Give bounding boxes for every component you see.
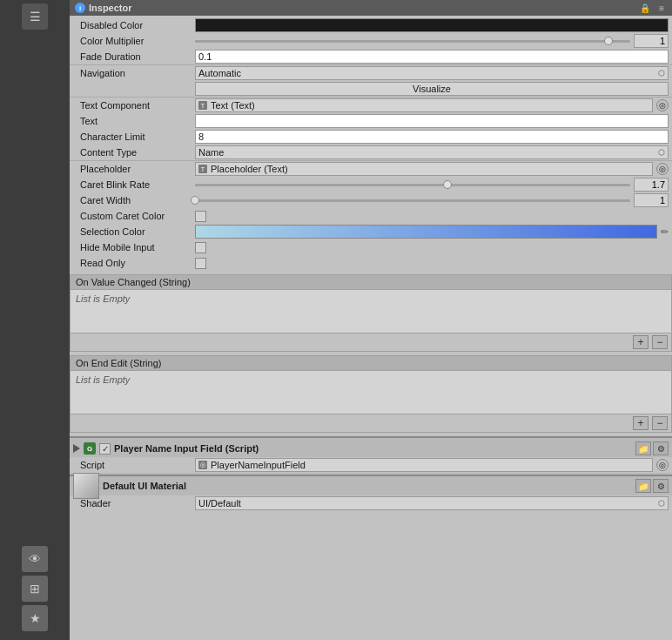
inspector-menu-btn[interactable]: ≡ — [656, 3, 667, 14]
material-title: Default UI Material — [103, 481, 632, 491]
custom-caret-color-checkbox[interactable] — [195, 211, 206, 222]
script-field-icon: ◎ — [198, 461, 207, 469]
navigation-dropdown[interactable]: Automatic ⬡ — [195, 66, 669, 80]
placeholder-circle-btn[interactable]: ◎ — [656, 163, 669, 175]
navigation-arrow-icon: ⬡ — [658, 69, 665, 77]
script-row: Script ◎ PlayerNameInputField ◎ — [70, 457, 672, 473]
material-shader-label: Shader — [73, 498, 195, 509]
text-component-field: T Text (Text) — [195, 98, 653, 112]
material-shader-dropdown[interactable]: UI/Default ⬡ — [195, 496, 669, 510]
navigation-row: Navigation Automatic ⬡ — [70, 65, 672, 81]
on-value-changed-remove-btn[interactable]: − — [652, 335, 668, 349]
content-type-dropdown[interactable]: Name ⬡ — [195, 145, 669, 159]
material-shader-row: Shader UI/Default ⬡ — [70, 495, 672, 511]
script-title: Player Name Input Field (Script) — [114, 443, 632, 454]
text-component-circle-btn[interactable]: ◎ — [656, 99, 669, 111]
color-multiplier-slider — [195, 34, 669, 48]
placeholder-row: Placeholder T Placeholder (Text) ◎ — [70, 161, 672, 177]
on-end-edit-add-btn[interactable]: + — [633, 416, 648, 430]
caret-width-row: Caret Width — [70, 192, 672, 208]
placeholder-label: Placeholder — [73, 164, 195, 174]
script-gear-btn[interactable]: ⚙ — [653, 441, 669, 455]
script-enable-checkbox[interactable]: ✓ — [99, 443, 111, 455]
on-value-changed-section: On Value Changed (String) List is Empty … — [70, 274, 672, 352]
script-folder-btn[interactable]: 📁 — [635, 441, 651, 455]
text-input[interactable] — [195, 114, 669, 128]
on-end-edit-header: On End Edit (String) — [70, 355, 672, 371]
material-header-btns: 📁 ⚙ — [635, 479, 669, 493]
text-component-icon: T — [198, 101, 207, 110]
placeholder-icon: T — [198, 165, 207, 173]
script-field-control: ◎ PlayerNameInputField ◎ — [195, 458, 669, 472]
character-limit-input[interactable] — [195, 130, 669, 144]
fade-duration-input[interactable] — [195, 50, 669, 64]
material-folder-btn[interactable]: 📁 — [635, 479, 651, 493]
text-component-control: T Text (Text) ◎ — [195, 98, 669, 112]
navigation-control: Automatic ⬡ — [195, 66, 669, 80]
hide-mobile-input-checkbox[interactable] — [195, 242, 206, 253]
sidebar-star-icon[interactable]: ★ — [22, 605, 48, 631]
text-control — [195, 114, 669, 128]
script-fold-btn[interactable] — [73, 444, 80, 453]
hide-mobile-input-row: Hide Mobile Input — [70, 239, 672, 255]
on-value-changed-body: List is Empty — [70, 290, 672, 333]
on-value-changed-empty: List is Empty — [76, 293, 130, 304]
read-only-label: Read Only — [73, 258, 195, 268]
color-multiplier-track[interactable] — [195, 40, 630, 43]
caret-blink-rate-input[interactable] — [634, 178, 669, 192]
script-header: G ✓ Player Name Input Field (Script) 📁 ⚙ — [70, 440, 672, 457]
disabled-color-label: Disabled Color — [73, 20, 195, 30]
material-shader-control: UI/Default ⬡ — [195, 496, 669, 510]
selection-color-swatch[interactable] — [195, 225, 657, 239]
material-preview-icon — [73, 473, 99, 499]
navigation-label: Navigation — [73, 68, 195, 78]
script-field: ◎ PlayerNameInputField — [195, 458, 653, 472]
disabled-color-row: Disabled Color — [70, 17, 672, 33]
inspector-lock-btn[interactable]: 🔒 — [637, 3, 653, 14]
content-type-label: Content Type — [73, 147, 195, 158]
material-gear-btn[interactable]: ⚙ — [653, 479, 669, 493]
caret-blink-rate-track[interactable] — [195, 184, 630, 186]
placeholder-control: T Placeholder (Text) ◎ — [195, 162, 669, 176]
caret-width-input[interactable] — [634, 193, 669, 207]
material-shader-arrow-icon: ⬡ — [658, 499, 665, 508]
placeholder-field: T Placeholder (Text) — [195, 162, 653, 176]
text-component-row: Text Component T Text (Text) ◎ — [70, 98, 672, 113]
disabled-color-swatch[interactable] — [195, 18, 669, 32]
disabled-color-control — [195, 18, 669, 32]
selection-color-row: Selection Color ✏ — [70, 224, 672, 239]
content-type-control: Name ⬡ — [195, 145, 669, 159]
caret-width-track[interactable] — [195, 199, 630, 202]
on-end-edit-empty: List is Empty — [76, 374, 130, 385]
read-only-checkbox[interactable] — [195, 258, 206, 269]
sidebar: ☰ 👁 ⊞ ★ — [0, 0, 70, 640]
custom-caret-color-row: Custom Caret Color — [70, 208, 672, 224]
on-end-edit-body: List is Empty — [70, 371, 672, 414]
caret-blink-rate-label: Caret Blink Rate — [73, 179, 195, 190]
color-multiplier-input[interactable] — [634, 34, 669, 48]
selection-color-label: Selection Color — [73, 226, 195, 237]
sidebar-eye-icon[interactable]: 👁 — [22, 546, 48, 572]
sidebar-grid-icon[interactable]: ⊞ — [22, 576, 48, 602]
on-end-edit-remove-btn[interactable]: − — [652, 416, 668, 430]
caret-width-control — [195, 193, 669, 207]
content-type-arrow-icon: ⬡ — [658, 148, 665, 157]
script-circle-btn[interactable]: ◎ — [656, 459, 669, 471]
selection-color-pencil-icon[interactable]: ✏ — [661, 226, 669, 238]
character-limit-label: Character Limit — [73, 131, 195, 142]
on-value-changed-add-btn[interactable]: + — [633, 335, 648, 349]
on-end-edit-footer: + − — [70, 414, 672, 433]
custom-caret-color-label: Custom Caret Color — [73, 211, 195, 221]
visualize-button[interactable]: Visualize — [195, 82, 669, 96]
caret-blink-rate-control — [195, 178, 669, 192]
script-g-icon: G — [84, 442, 96, 455]
text-label: Text — [73, 116, 195, 126]
material-header: Default UI Material 📁 ⚙ — [70, 476, 672, 495]
fade-duration-row: Fade Duration — [70, 49, 672, 64]
text-row: Text — [70, 113, 672, 129]
sidebar-menu-icon[interactable]: ☰ — [22, 3, 48, 30]
caret-width-label: Caret Width — [73, 195, 195, 205]
inspector-info-icon: i — [75, 3, 85, 13]
material-section: Default UI Material 📁 ⚙ Shader UI/Defaul… — [70, 475, 672, 511]
caret-blink-rate-slider — [195, 178, 669, 192]
